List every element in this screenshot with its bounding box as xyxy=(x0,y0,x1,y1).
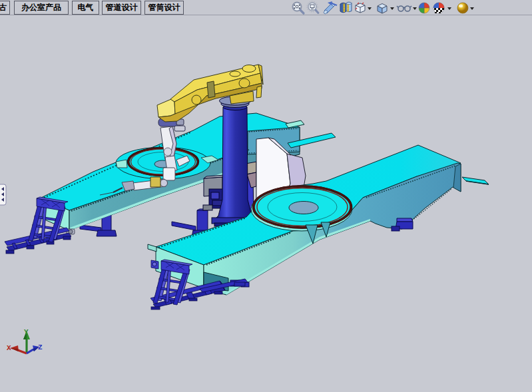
svg-text:X: X xyxy=(7,344,11,352)
svg-text:Y: Y xyxy=(24,328,29,336)
svg-text:Z: Z xyxy=(38,343,43,351)
